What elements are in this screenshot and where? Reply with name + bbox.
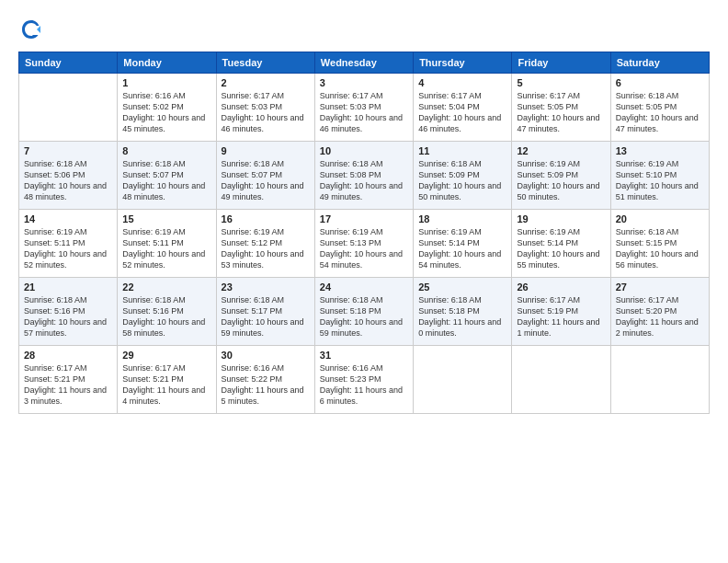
- calendar-cell: 4Sunrise: 6:17 AMSunset: 5:04 PMDaylight…: [414, 74, 512, 142]
- logo-icon: [18, 17, 44, 42]
- weekday-wednesday: Wednesday: [314, 52, 413, 74]
- calendar-cell: 17Sunrise: 6:19 AMSunset: 5:13 PMDayligh…: [314, 210, 413, 278]
- day-number: 29: [122, 350, 210, 361]
- day-number: 28: [24, 350, 112, 361]
- day-number: 17: [320, 213, 408, 224]
- day-info: Sunrise: 6:17 AMSunset: 5:05 PMDaylight:…: [517, 90, 605, 135]
- day-info: Sunrise: 6:18 AMSunset: 5:06 PMDaylight:…: [24, 158, 112, 203]
- day-number: 10: [320, 145, 408, 156]
- calendar-cell: 1Sunrise: 6:16 AMSunset: 5:02 PMDaylight…: [118, 74, 216, 142]
- day-number: 4: [418, 77, 506, 88]
- day-info: Sunrise: 6:17 AMSunset: 5:21 PMDaylight:…: [122, 362, 210, 408]
- calendar-cell: 22Sunrise: 6:18 AMSunset: 5:16 PMDayligh…: [118, 278, 216, 346]
- day-number: 24: [320, 282, 408, 293]
- weekday-monday: Monday: [118, 52, 216, 74]
- calendar-cell: 7Sunrise: 6:18 AMSunset: 5:06 PMDaylight…: [19, 142, 118, 210]
- calendar-cell: 14Sunrise: 6:19 AMSunset: 5:11 PMDayligh…: [19, 210, 118, 278]
- day-number: 2: [222, 77, 310, 88]
- day-info: Sunrise: 6:19 AMSunset: 5:13 PMDaylight:…: [320, 226, 408, 271]
- day-info: Sunrise: 6:19 AMSunset: 5:14 PMDaylight:…: [517, 226, 605, 271]
- day-info: Sunrise: 6:17 AMSunset: 5:20 PMDaylight:…: [616, 294, 704, 339]
- day-info: Sunrise: 6:19 AMSunset: 5:12 PMDaylight:…: [222, 226, 310, 271]
- calendar-week-1: 1Sunrise: 6:16 AMSunset: 5:02 PMDaylight…: [19, 74, 710, 142]
- day-number: 11: [418, 145, 506, 156]
- calendar-cell: [19, 74, 118, 142]
- day-info: Sunrise: 6:18 AMSunset: 5:16 PMDaylight:…: [24, 294, 112, 339]
- day-info: Sunrise: 6:19 AMSunset: 5:10 PMDaylight:…: [616, 158, 704, 203]
- day-number: 12: [517, 145, 605, 156]
- calendar-cell: 10Sunrise: 6:18 AMSunset: 5:08 PMDayligh…: [314, 142, 413, 210]
- day-info: Sunrise: 6:18 AMSunset: 5:18 PMDaylight:…: [320, 294, 408, 339]
- day-info: Sunrise: 6:16 AMSunset: 5:22 PMDaylight:…: [222, 362, 310, 408]
- calendar-week-4: 21Sunrise: 6:18 AMSunset: 5:16 PMDayligh…: [19, 278, 710, 346]
- day-number: 23: [222, 282, 310, 293]
- calendar-cell: 29Sunrise: 6:17 AMSunset: 5:21 PMDayligh…: [118, 346, 216, 414]
- weekday-tuesday: Tuesday: [216, 52, 314, 74]
- day-info: Sunrise: 6:18 AMSunset: 5:05 PMDaylight:…: [616, 90, 704, 135]
- calendar-cell: [414, 346, 512, 414]
- day-info: Sunrise: 6:19 AMSunset: 5:09 PMDaylight:…: [517, 158, 605, 203]
- day-info: Sunrise: 6:17 AMSunset: 5:03 PMDaylight:…: [320, 90, 408, 135]
- day-number: 1: [122, 77, 210, 88]
- calendar-cell: 30Sunrise: 6:16 AMSunset: 5:22 PMDayligh…: [216, 346, 314, 414]
- day-number: 13: [616, 145, 704, 156]
- day-number: 18: [418, 213, 506, 224]
- day-number: 16: [222, 213, 310, 224]
- day-info: Sunrise: 6:18 AMSunset: 5:18 PMDaylight:…: [418, 294, 506, 339]
- calendar-cell: 8Sunrise: 6:18 AMSunset: 5:07 PMDaylight…: [118, 142, 216, 210]
- calendar-cell: 3Sunrise: 6:17 AMSunset: 5:03 PMDaylight…: [314, 74, 413, 142]
- day-number: 14: [24, 213, 112, 224]
- day-number: 21: [24, 282, 112, 293]
- weekday-saturday: Saturday: [610, 52, 709, 74]
- day-info: Sunrise: 6:18 AMSunset: 5:16 PMDaylight:…: [122, 294, 210, 339]
- day-info: Sunrise: 6:17 AMSunset: 5:21 PMDaylight:…: [24, 362, 112, 408]
- calendar-cell: 5Sunrise: 6:17 AMSunset: 5:05 PMDaylight…: [512, 74, 610, 142]
- calendar-cell: 20Sunrise: 6:18 AMSunset: 5:15 PMDayligh…: [610, 210, 709, 278]
- calendar-table: SundayMondayTuesdayWednesdayThursdayFrid…: [18, 52, 710, 414]
- page: SundayMondayTuesdayWednesdayThursdayFrid…: [0, 0, 728, 563]
- day-number: 9: [222, 145, 310, 156]
- calendar-cell: [610, 346, 709, 414]
- day-number: 3: [320, 77, 408, 88]
- calendar-cell: 6Sunrise: 6:18 AMSunset: 5:05 PMDaylight…: [610, 74, 709, 142]
- weekday-friday: Friday: [512, 52, 610, 74]
- calendar-cell: 21Sunrise: 6:18 AMSunset: 5:16 PMDayligh…: [19, 278, 118, 346]
- calendar-cell: 11Sunrise: 6:18 AMSunset: 5:09 PMDayligh…: [414, 142, 512, 210]
- calendar-cell: 9Sunrise: 6:18 AMSunset: 5:07 PMDaylight…: [216, 142, 314, 210]
- calendar-cell: 2Sunrise: 6:17 AMSunset: 5:03 PMDaylight…: [216, 74, 314, 142]
- day-number: 15: [122, 213, 210, 224]
- weekday-header-row: SundayMondayTuesdayWednesdayThursdayFrid…: [19, 52, 710, 74]
- day-info: Sunrise: 6:18 AMSunset: 5:09 PMDaylight:…: [418, 158, 506, 203]
- weekday-thursday: Thursday: [414, 52, 512, 74]
- day-info: Sunrise: 6:18 AMSunset: 5:15 PMDaylight:…: [616, 226, 704, 271]
- day-number: 26: [517, 282, 605, 293]
- day-info: Sunrise: 6:17 AMSunset: 5:04 PMDaylight:…: [418, 90, 506, 135]
- day-info: Sunrise: 6:16 AMSunset: 5:23 PMDaylight:…: [320, 362, 408, 408]
- day-number: 19: [517, 213, 605, 224]
- day-info: Sunrise: 6:17 AMSunset: 5:19 PMDaylight:…: [517, 294, 605, 339]
- calendar-cell: 12Sunrise: 6:19 AMSunset: 5:09 PMDayligh…: [512, 142, 610, 210]
- calendar-cell: 28Sunrise: 6:17 AMSunset: 5:21 PMDayligh…: [19, 346, 118, 414]
- day-number: 5: [517, 77, 605, 88]
- day-number: 22: [122, 282, 210, 293]
- calendar-cell: 18Sunrise: 6:19 AMSunset: 5:14 PMDayligh…: [414, 210, 512, 278]
- logo: [18, 17, 48, 42]
- day-info: Sunrise: 6:18 AMSunset: 5:07 PMDaylight:…: [122, 158, 210, 203]
- calendar-week-5: 28Sunrise: 6:17 AMSunset: 5:21 PMDayligh…: [19, 346, 710, 414]
- weekday-sunday: Sunday: [19, 52, 118, 74]
- calendar-cell: 23Sunrise: 6:18 AMSunset: 5:17 PMDayligh…: [216, 278, 314, 346]
- calendar-cell: 26Sunrise: 6:17 AMSunset: 5:19 PMDayligh…: [512, 278, 610, 346]
- day-number: 27: [616, 282, 704, 293]
- calendar-cell: 24Sunrise: 6:18 AMSunset: 5:18 PMDayligh…: [314, 278, 413, 346]
- day-info: Sunrise: 6:18 AMSunset: 5:07 PMDaylight:…: [222, 158, 310, 203]
- calendar-cell: 19Sunrise: 6:19 AMSunset: 5:14 PMDayligh…: [512, 210, 610, 278]
- calendar-cell: 13Sunrise: 6:19 AMSunset: 5:10 PMDayligh…: [610, 142, 709, 210]
- day-number: 20: [616, 213, 704, 224]
- calendar-week-3: 14Sunrise: 6:19 AMSunset: 5:11 PMDayligh…: [19, 210, 710, 278]
- day-number: 8: [122, 145, 210, 156]
- day-number: 31: [320, 350, 408, 361]
- calendar-cell: 15Sunrise: 6:19 AMSunset: 5:11 PMDayligh…: [118, 210, 216, 278]
- header: [18, 17, 710, 42]
- calendar-cell: [512, 346, 610, 414]
- day-number: 6: [616, 77, 704, 88]
